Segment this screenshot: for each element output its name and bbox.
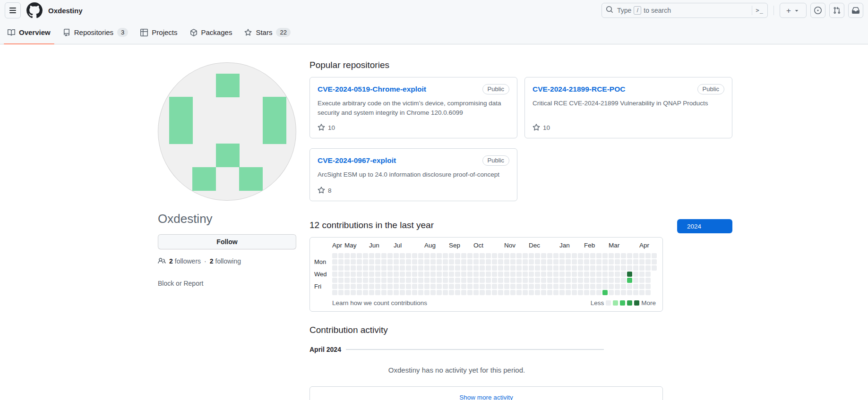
contribution-cell[interactable] (437, 290, 442, 295)
contribution-cell[interactable] (443, 278, 448, 283)
contribution-cell[interactable] (584, 272, 589, 277)
contribution-cell[interactable] (566, 265, 571, 271)
contribution-cell[interactable] (572, 259, 577, 264)
contribution-cell[interactable] (566, 278, 571, 283)
contribution-cell[interactable] (381, 259, 387, 264)
contribution-cell[interactable] (541, 253, 546, 258)
contribution-cell[interactable] (387, 265, 393, 271)
contribution-cell[interactable] (473, 265, 479, 271)
contribution-cell[interactable] (639, 272, 645, 277)
contribution-cell[interactable] (523, 259, 528, 264)
contribution-cell[interactable] (645, 272, 651, 277)
contribution-cell[interactable] (357, 284, 362, 289)
contribution-cell[interactable] (344, 272, 350, 277)
contribution-cell[interactable] (344, 278, 350, 283)
contribution-cell[interactable] (400, 253, 405, 258)
contribution-cell[interactable] (492, 259, 497, 264)
contribution-cell[interactable] (344, 253, 350, 258)
contribution-cell[interactable] (584, 290, 589, 295)
command-palette-icon[interactable]: >_ (756, 7, 764, 14)
contribution-cell[interactable] (547, 278, 552, 283)
contribution-cell[interactable] (387, 272, 393, 277)
contribution-cell[interactable] (412, 259, 417, 264)
contribution-cell[interactable] (633, 284, 638, 289)
contribution-cell[interactable] (412, 278, 417, 283)
contribution-cell[interactable] (461, 253, 466, 258)
contribution-cell[interactable] (510, 259, 516, 264)
contribution-cell[interactable] (596, 290, 602, 295)
contribution-cell[interactable] (529, 259, 534, 264)
contribution-cell[interactable] (406, 284, 411, 289)
contribution-cell[interactable] (387, 284, 393, 289)
contribution-cell[interactable] (627, 278, 632, 283)
contribution-cell[interactable] (590, 290, 595, 295)
repo-star-count[interactable]: 8 (318, 187, 509, 194)
contribution-cell[interactable] (602, 259, 608, 264)
contribution-cell[interactable] (381, 253, 387, 258)
contribution-cell[interactable] (486, 253, 491, 258)
contribution-cell[interactable] (338, 259, 344, 264)
contribution-cell[interactable] (523, 253, 528, 258)
contribution-cell[interactable] (467, 284, 473, 289)
contribution-cell[interactable] (553, 265, 559, 271)
contribution-cell[interactable] (590, 265, 595, 271)
contribution-cell[interactable] (572, 253, 577, 258)
contribution-cell[interactable] (547, 259, 552, 264)
contribution-cell[interactable] (412, 290, 417, 295)
contribution-cell[interactable] (498, 265, 503, 271)
contribution-cell[interactable] (572, 278, 577, 283)
contribution-cell[interactable] (566, 259, 571, 264)
contribution-cell[interactable] (578, 284, 583, 289)
contribution-cell[interactable] (492, 290, 497, 295)
contribution-cell[interactable] (430, 265, 436, 271)
contribution-cell[interactable] (443, 253, 448, 258)
contribution-cell[interactable] (504, 253, 509, 258)
contribution-cell[interactable] (351, 265, 356, 271)
contribution-cell[interactable] (590, 272, 595, 277)
contribution-cell[interactable] (516, 265, 522, 271)
contribution-cell[interactable] (400, 272, 405, 277)
contribution-cell[interactable] (449, 265, 454, 271)
contribution-cell[interactable] (351, 259, 356, 264)
contribution-cell[interactable] (498, 278, 503, 283)
contribution-cell[interactable] (357, 278, 362, 283)
contribution-cell[interactable] (584, 284, 589, 289)
contribution-cell[interactable] (480, 265, 485, 271)
contribution-cell[interactable] (596, 272, 602, 277)
contribution-cell[interactable] (516, 284, 522, 289)
contribution-cell[interactable] (535, 290, 540, 295)
contribution-cell[interactable] (332, 265, 337, 271)
contribution-cell[interactable] (529, 290, 534, 295)
contribution-cell[interactable] (449, 259, 454, 264)
contribution-cell[interactable] (338, 253, 344, 258)
contribution-cell[interactable] (363, 284, 368, 289)
contribution-cell[interactable] (338, 278, 344, 283)
contribution-cell[interactable] (541, 284, 546, 289)
followers-link[interactable]: 2followers (169, 257, 201, 265)
tab-projects[interactable]: Projects (137, 21, 181, 44)
contribution-cell[interactable] (344, 259, 350, 264)
contribution-cell[interactable] (615, 265, 620, 271)
contribution-cell[interactable] (461, 272, 466, 277)
contribution-cell[interactable] (492, 272, 497, 277)
contribution-cell[interactable] (639, 259, 645, 264)
contribution-cell[interactable] (609, 253, 614, 258)
contribution-cell[interactable] (357, 259, 362, 264)
contribution-cell[interactable] (541, 278, 546, 283)
contribution-cell[interactable] (602, 265, 608, 271)
contribution-cell[interactable] (412, 284, 417, 289)
contribution-cell[interactable] (357, 265, 362, 271)
contribution-cell[interactable] (498, 253, 503, 258)
contribution-cell[interactable] (363, 265, 368, 271)
contribution-cell[interactable] (473, 284, 479, 289)
contribution-cell[interactable] (559, 272, 565, 277)
contribution-cell[interactable] (535, 284, 540, 289)
contribution-cell[interactable] (602, 272, 608, 277)
contribution-cell[interactable] (510, 272, 516, 277)
contribution-cell[interactable] (615, 284, 620, 289)
contribution-cell[interactable] (615, 290, 620, 295)
contribution-cell[interactable] (351, 253, 356, 258)
contribution-cell[interactable] (553, 253, 559, 258)
contribution-cell[interactable] (559, 284, 565, 289)
contribution-cell[interactable] (424, 265, 430, 271)
